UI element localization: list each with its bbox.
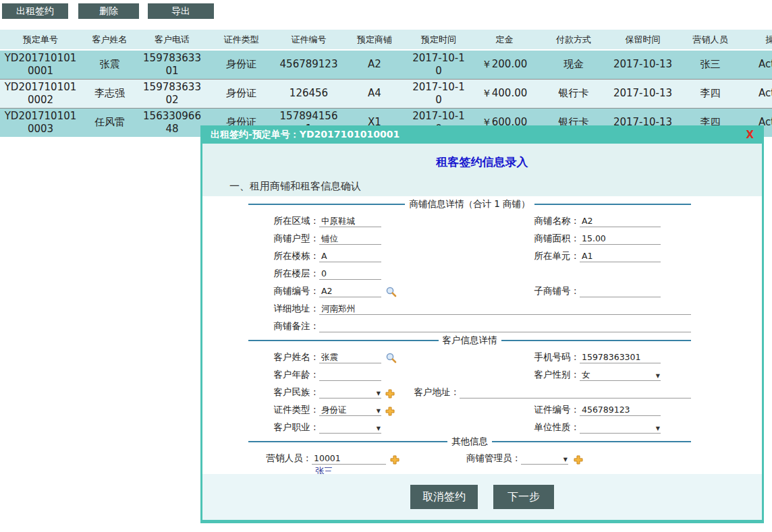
column-header: 定金 [469, 30, 540, 50]
marketer-name-text: 张三 [315, 466, 691, 474]
add-icon[interactable] [574, 455, 583, 465]
search-icon[interactable] [385, 286, 397, 297]
customer-age-label: 客户年龄： [248, 369, 319, 381]
customer-gender-label: 客户性别： [399, 369, 580, 381]
marketer-label: 营销人员： [248, 452, 312, 465]
chevron-down-icon[interactable]: ▼ [656, 426, 660, 432]
export-button[interactable]: 导出 [148, 3, 214, 19]
row-action-link[interactable]: Action [742, 50, 772, 79]
chevron-down-icon[interactable]: ▼ [377, 409, 381, 414]
row-action-link[interactable]: Action [742, 79, 772, 108]
reservation-table: 预定单号 客户姓名 客户电话 证件类型 证件编号 预定商铺 预定时间 定金 付款… [0, 30, 772, 137]
dialog-footer: 取消签约 下一步 [202, 474, 762, 520]
id-type-select[interactable]: 身份证 ▼ [319, 405, 381, 416]
chevron-down-icon[interactable]: ▼ [377, 391, 381, 396]
chevron-down-icon[interactable]: ▼ [563, 457, 568, 463]
column-header: 保留时间 [607, 30, 678, 50]
shop-type-field[interactable]: 铺位 [319, 233, 381, 245]
customer-phone-label: 手机号码： [399, 351, 580, 363]
column-header: 付款方式 [540, 30, 607, 50]
customer-age-field[interactable] [319, 370, 381, 381]
customer-phone-field[interactable]: 15978363301 [580, 352, 661, 363]
customer-address-label: 客户地址： [404, 386, 460, 398]
customer-info-fieldset: 客户信息详情 客户姓名： 张震 手机号码： 15978363301 客户年龄： … [248, 334, 691, 434]
section-title: 一、租用商铺和租客信息确认 [229, 180, 762, 193]
search-icon[interactable] [385, 352, 397, 363]
chevron-down-icon[interactable]: ▼ [377, 426, 381, 432]
shop-floor-label: 所在楼层： [248, 268, 319, 280]
customer-job-label: 客户职业： [248, 421, 319, 434]
shop-name-field[interactable]: A2 [580, 216, 661, 227]
add-icon[interactable] [390, 455, 399, 465]
dialog-titlebar: 出租签约-预定单号：YD2017101010001 X [202, 125, 762, 144]
rent-sign-button[interactable]: 出租签约 [2, 3, 68, 19]
table-header-row: 预定单号 客户姓名 客户电话 证件类型 证件编号 预定商铺 预定时间 定金 付款… [0, 30, 772, 50]
customer-ethnic-select[interactable]: ▼ [319, 387, 381, 398]
column-header: 证件类型 [206, 30, 277, 50]
employer-type-label: 单位性质： [399, 421, 580, 434]
shop-code-label: 商铺编号： [248, 285, 319, 297]
column-header: 预定商铺 [341, 30, 408, 50]
shop-remark-label: 商铺备注： [248, 320, 319, 332]
shop-code-field[interactable]: A2 [319, 286, 381, 297]
subshop-label: 子商铺号： [399, 285, 580, 297]
form-area: 商铺信息详情（合计 1 商铺） 所在区域： 中原鞋城 商铺名称： A2 商铺户型… [202, 196, 762, 474]
table-row[interactable]: YD2017101010001 张震 15978363301 身份证 45678… [0, 50, 772, 79]
shop-info-legend: 商铺信息详情（合计 1 商铺） [248, 198, 691, 211]
employer-type-select[interactable]: ▼ [580, 422, 661, 434]
column-header: 预定单号 [0, 30, 81, 50]
table-row[interactable]: YD2017101010002 李志强 15978363302 身份证 1264… [0, 79, 772, 108]
close-icon[interactable]: X [746, 129, 754, 141]
shop-info-fieldset: 商铺信息详情（合计 1 商铺） 所在区域： 中原鞋城 商铺名称： A2 商铺户型… [248, 198, 691, 332]
customer-ethnic-label: 客户民族： [248, 386, 319, 398]
cancel-sign-button[interactable]: 取消签约 [410, 485, 478, 509]
customer-gender-select[interactable]: 女 ▼ [580, 370, 661, 381]
add-icon[interactable] [385, 389, 395, 398]
shop-unit-field[interactable]: A1 [580, 251, 661, 262]
customer-address-field[interactable] [460, 387, 691, 398]
shop-area-field[interactable]: 中原鞋城 [319, 216, 381, 227]
shop-name-label: 商铺名称： [399, 215, 580, 227]
shop-floor-field[interactable]: 0 [319, 268, 381, 280]
other-info-legend: 其他信息 [248, 435, 691, 448]
customer-info-legend: 客户信息详情 [248, 334, 691, 347]
id-number-field[interactable]: 456789123 [580, 405, 661, 416]
shop-size-label: 商铺面积： [399, 233, 580, 245]
column-header: 客户姓名 [81, 30, 138, 50]
delete-button[interactable]: 删除 [78, 3, 139, 19]
id-number-label: 证件编号： [399, 404, 580, 416]
form-title: 租客签约信息录入 [202, 154, 762, 170]
next-step-button[interactable]: 下一步 [493, 485, 554, 509]
shop-unit-label: 所在单元： [399, 250, 580, 262]
customer-job-select[interactable]: ▼ [319, 422, 381, 434]
shop-size-field[interactable]: 15.00 [580, 233, 661, 245]
column-header: 客户电话 [138, 30, 206, 50]
other-info-fieldset: 其他信息 营销人员： 10001 商铺管理员： ▼ [248, 435, 691, 474]
customer-name-label: 客户姓名： [248, 351, 319, 363]
id-type-label: 证件类型： [248, 404, 319, 416]
column-header: 操作 [742, 30, 772, 50]
shop-area-label: 所在区域： [248, 215, 319, 227]
shop-type-label: 商铺户型： [248, 233, 319, 245]
shop-building-label: 所在楼栋： [248, 250, 319, 262]
shop-address-field[interactable]: 河南郑州 [319, 303, 691, 315]
dialog-header-area: 租客签约信息录入 一、租用商铺和租客信息确认 [202, 144, 762, 196]
shop-manager-label: 商铺管理员： [404, 452, 521, 465]
subshop-field[interactable] [580, 286, 661, 297]
shop-address-label: 详细地址： [248, 303, 319, 315]
column-header: 证件编号 [277, 30, 341, 50]
rent-sign-dialog: 出租签约-预定单号：YD2017101010001 X 租客签约信息录入 一、租… [200, 125, 764, 523]
toolbar: 出租签约 删除 导出 [0, 0, 772, 19]
add-icon[interactable] [385, 407, 395, 416]
dialog-title: 出租签约-预定单号：YD2017101010001 [211, 129, 399, 141]
shop-building-field[interactable]: A [319, 251, 381, 262]
column-header: 预定时间 [408, 30, 469, 50]
shop-manager-select[interactable]: ▼ [521, 453, 568, 465]
column-header: 营销人员 [678, 30, 742, 50]
marketer-field[interactable]: 10001 [312, 453, 386, 465]
customer-name-field[interactable]: 张震 [319, 352, 381, 363]
shop-remark-field[interactable] [319, 321, 691, 332]
chevron-down-icon[interactable]: ▼ [656, 374, 660, 379]
